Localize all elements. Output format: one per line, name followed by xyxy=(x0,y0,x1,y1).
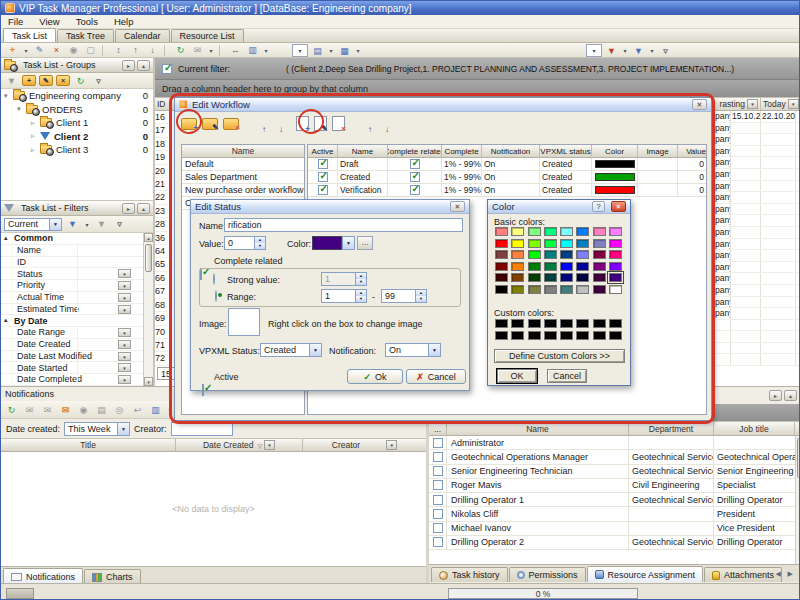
custom-color-swatch[interactable] xyxy=(593,319,606,328)
filter-row[interactable]: Name ▾ xyxy=(1,245,143,257)
color-swatch[interactable] xyxy=(511,250,524,259)
workflow-list-item[interactable]: Default xyxy=(182,158,304,171)
filter-row[interactable]: Date Last Modified ▾ xyxy=(1,351,143,363)
color-swatch[interactable] xyxy=(609,285,622,294)
filter-dropdown-button[interactable]: ▾ xyxy=(118,269,131,278)
color-swatch[interactable] xyxy=(511,262,524,271)
move-workflow-down-icon[interactable]: ↓ xyxy=(269,116,281,131)
custom-color-swatch[interactable] xyxy=(511,331,524,340)
add-filter-dropdown-icon[interactable]: ▾ xyxy=(621,44,629,57)
complete-related-checkbox[interactable] xyxy=(410,172,420,182)
color-swatch[interactable] xyxy=(560,239,573,248)
color-swatch[interactable] xyxy=(560,227,573,236)
add-workflow-icon[interactable]: + xyxy=(181,118,197,130)
color-swatch[interactable] xyxy=(576,262,589,271)
color-swatch[interactable] xyxy=(544,262,557,271)
task-row-id[interactable]: 18 xyxy=(155,138,171,151)
panel-collapse-button[interactable]: ▴ xyxy=(784,390,797,401)
chevron-down-icon[interactable]: ▼ xyxy=(49,219,61,230)
next-notification-icon[interactable]: ✉ xyxy=(40,403,55,416)
chevron-down-icon[interactable]: ▼ xyxy=(309,344,321,356)
column-filter-button[interactable]: ▾ xyxy=(788,99,799,109)
id-column-header[interactable]: ID xyxy=(155,98,171,110)
task-row[interactable]: pany, xyxy=(715,181,800,193)
task-row[interactable]: pany, xyxy=(715,250,800,262)
edit-workflow-title-bar[interactable]: Edit Workflow ✕ xyxy=(175,98,711,112)
layout-icon[interactable]: ▥ xyxy=(245,44,260,57)
task-row-id[interactable]: 17 xyxy=(155,124,171,137)
task-row-id[interactable]: 67 xyxy=(155,285,171,298)
reply-icon[interactable]: ↩ xyxy=(130,403,145,416)
color-swatch[interactable] xyxy=(593,285,606,294)
task-row[interactable]: pany, xyxy=(715,134,800,146)
task-row[interactable]: pany, xyxy=(715,157,800,169)
custom-color-swatch[interactable] xyxy=(609,319,622,328)
prev-notification-icon[interactable]: ✉ xyxy=(22,403,37,416)
workflow-list-item[interactable]: Sales Department xyxy=(182,171,304,184)
color-swatch[interactable] xyxy=(495,285,508,294)
task-row[interactable]: pany, xyxy=(715,227,800,239)
color-swatch[interactable] xyxy=(511,273,524,282)
task-row-id[interactable]: 21 xyxy=(155,178,171,191)
more-icon[interactable]: ▿ xyxy=(658,44,673,57)
task-row-id[interactable]: 71 xyxy=(155,339,171,352)
color-swatch-button[interactable] xyxy=(312,236,342,250)
ok-button[interactable]: ✓Ok xyxy=(347,369,403,384)
status-column-header[interactable]: VPXML status xyxy=(540,145,592,158)
filter-row[interactable]: Date Completed ▾ xyxy=(1,374,143,386)
filter-row[interactable]: Date Created ▾ xyxy=(1,339,143,351)
color-swatch[interactable] xyxy=(495,239,508,248)
tree-expand-arrow[interactable]: ▹ xyxy=(31,146,40,154)
task-row-id[interactable]: 16 xyxy=(155,111,171,124)
print-icon[interactable]: ▤ xyxy=(310,44,325,57)
status-column-header[interactable]: Value xyxy=(678,145,707,158)
export-icon[interactable]: ✉ xyxy=(190,44,205,57)
filter-row[interactable]: Date Range ▾ xyxy=(1,327,143,339)
color-swatch[interactable] xyxy=(495,227,508,236)
range-radio[interactable] xyxy=(215,290,217,302)
filter-dropdown-button[interactable]: ▾ xyxy=(118,340,131,349)
bottom-tab[interactable]: Permissions xyxy=(509,567,586,582)
tree-expand-arrow[interactable]: ▾ xyxy=(17,105,26,113)
task-row-id[interactable]: 23 xyxy=(155,205,171,218)
move-down-icon[interactable]: ↓ xyxy=(145,44,160,57)
task-row-id[interactable]: 66 xyxy=(155,272,171,285)
task-row[interactable]: pany, xyxy=(715,239,800,251)
task-row[interactable]: pany, xyxy=(715,262,800,274)
main-tab[interactable]: Resource List xyxy=(171,29,244,42)
color-swatch[interactable] xyxy=(576,239,589,248)
resource-checkbox[interactable] xyxy=(433,438,443,448)
tree-item[interactable]: ▾ ORDERS 0 xyxy=(1,103,153,117)
task-row[interactable] xyxy=(715,320,800,332)
color-swatch[interactable] xyxy=(593,262,606,271)
refresh-icon[interactable]: ↻ xyxy=(4,403,19,416)
close-icon[interactable]: ✕ xyxy=(611,201,626,212)
panel-collapse-button[interactable]: ▴ xyxy=(137,60,150,71)
filter-dropdown-button[interactable]: ▾ xyxy=(118,352,131,361)
color-swatch[interactable] xyxy=(560,273,573,282)
custom-color-swatch[interactable] xyxy=(495,319,508,328)
color-swatch[interactable] xyxy=(576,227,589,236)
toolbar-separator[interactable] xyxy=(164,45,169,56)
main-tab[interactable]: Calendar xyxy=(115,29,170,42)
resource-checkbox[interactable] xyxy=(433,523,443,533)
status-column-header[interactable]: Name xyxy=(338,145,388,158)
active-checkbox[interactable] xyxy=(318,159,328,169)
color-more-button[interactable]: … xyxy=(357,236,373,250)
status-name-input[interactable]: rification xyxy=(224,218,463,232)
tree-item[interactable]: ▹ Client 1 0 xyxy=(1,116,153,130)
name-column-header[interactable]: Name xyxy=(447,422,629,435)
task-details-icon[interactable]: ◉ xyxy=(66,44,81,57)
move-workflow-up-icon[interactable]: ↑ xyxy=(252,116,264,131)
column-filter-button[interactable]: ▾ xyxy=(747,99,758,109)
color-swatch[interactable] xyxy=(560,285,573,294)
close-icon[interactable]: ✕ xyxy=(692,99,707,110)
move-up-icon[interactable]: ↑ xyxy=(128,44,143,57)
color-swatch[interactable] xyxy=(528,285,541,294)
help-icon[interactable]: ? xyxy=(592,201,605,212)
cancel-button[interactable]: ✗Cancel xyxy=(406,369,466,384)
chevron-down-icon[interactable]: ▼ xyxy=(117,423,129,435)
close-icon[interactable]: ✕ xyxy=(450,201,465,212)
filter-row[interactable]: By Date ▾ xyxy=(1,315,143,327)
status-column-header[interactable]: Complete xyxy=(442,145,482,158)
